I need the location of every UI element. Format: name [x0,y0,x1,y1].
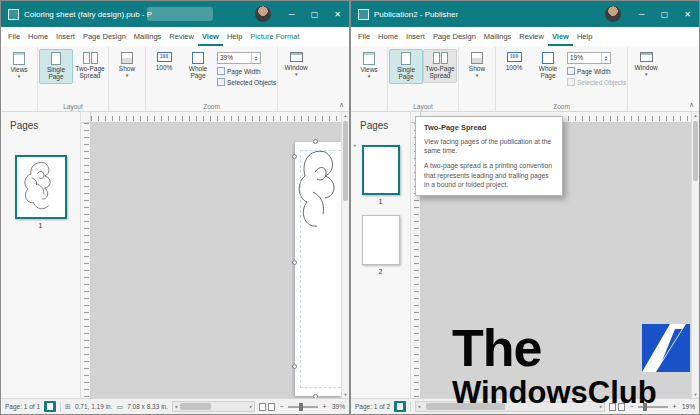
page-number-toggle[interactable] [394,401,406,412]
page-thumbnail[interactable]: 1 [351,145,410,205]
tab-help[interactable]: Help [573,27,596,46]
selection-handle[interactable] [313,139,318,144]
show-button[interactable]: Show ▾ [460,49,494,81]
spinner-arrows-icon[interactable]: ▴▾ [601,53,610,63]
selection-handle[interactable] [292,364,297,369]
horizontal-scrollbar[interactable]: ◄ ► [172,401,255,412]
layout-group: Single Page Two-Page Spread Layout [38,47,109,111]
vertical-ruler [81,123,91,398]
scroll-right-icon[interactable]: ► [249,404,253,409]
tab-review[interactable]: Review [515,27,548,46]
page-thumbnail-image[interactable] [362,215,400,265]
page-thumbnail[interactable]: 1 [1,155,80,229]
show-button[interactable]: Show ▾ [110,49,144,81]
scroll-down-icon[interactable]: ▼ [344,392,348,397]
close-button[interactable]: ✕ [326,1,349,27]
tab-insert[interactable]: Insert [52,27,79,46]
tab-file[interactable]: File [4,27,24,46]
tab-page-design[interactable]: Page Design [429,27,480,46]
zoom-spinner[interactable]: 39% ▴▾ [217,52,261,64]
page-width-button[interactable]: Page Width [567,67,626,75]
maximize-button[interactable]: ▢ [653,1,676,27]
selected-objects-button[interactable]: Selected Objects [217,78,276,86]
selection-handle[interactable] [292,260,297,265]
scroll-down-icon[interactable]: ▼ [694,392,698,397]
tab-file[interactable]: File [354,27,374,46]
tab-review[interactable]: Review [165,27,198,46]
maximize-button[interactable]: ▢ [303,1,326,27]
titlebar-left[interactable]: Coloring sheet (fairy design).pub - Publ… [1,1,349,27]
canvas[interactable]: ▲ ▼ [81,112,349,398]
page-thumbnail-image[interactable] [15,155,67,219]
scroll-left-icon[interactable]: ◄ [417,404,421,409]
page-indicator[interactable]: Page: 1 of 2 [355,403,390,410]
page-thumbnail-image[interactable] [362,145,400,195]
scrollbar-thumb[interactable] [180,403,211,410]
zoom-spinner-value[interactable]: 19% [568,53,601,63]
window-icon [290,52,303,62]
publisher-window-left: Coloring sheet (fairy design).pub - Publ… [0,0,350,415]
two-page-spread-button[interactable]: Two-Page Spread [423,49,457,83]
layout-group-label: Layout [38,103,108,110]
close-button[interactable]: ✕ [676,1,699,27]
page-width-button[interactable]: Page Width [217,67,276,75]
tab-help[interactable]: Help [223,27,246,46]
ribbon-tab-bar: File Home Insert Page Design Mailings Re… [1,27,349,46]
tooltip-two-page-spread: Two-Page Spread View facing pages of the… [415,116,563,196]
window-button[interactable]: Window ▾ [279,49,313,80]
zoom-in-button[interactable]: + [321,403,328,410]
vertical-scrollbar[interactable]: ▲ ▼ [691,112,699,398]
tab-home[interactable]: Home [24,27,52,46]
whole-page-button[interactable]: Whole Page [181,49,215,83]
scroll-left-icon[interactable]: ◄ [174,404,178,409]
zoom-spinner[interactable]: 19% ▴▾ [567,52,611,64]
minimize-button[interactable]: ─ [630,1,653,27]
zoom-slider[interactable] [288,406,318,408]
zoom-100-button[interactable]: 100 100% [147,49,181,74]
tab-picture-format[interactable]: Picture Format [246,27,303,46]
selection-handle[interactable] [292,154,297,159]
zoom-out-button[interactable]: − [278,403,285,410]
views-button[interactable]: Views ▾ [2,49,36,82]
pages-panel: Pages ◂ 1 2 [351,112,411,398]
zoom-spinner-value[interactable]: 39% [218,53,251,63]
account-avatar[interactable] [255,6,271,22]
views-label: Views [360,66,377,73]
tab-insert[interactable]: Insert [402,27,429,46]
page-indicator[interactable]: Page: 1 of 1 [5,403,40,410]
whole-page-button[interactable]: Whole Page [531,49,565,83]
titlebar-right[interactable]: Publication2 - Publisher ─ ▢ ✕ [351,1,699,27]
page-thumbnail[interactable]: 2 [351,215,410,275]
single-page-button[interactable]: Single Page [389,49,423,84]
collapse-ribbon-icon[interactable]: ∧ [339,101,344,109]
spinner-arrows-icon[interactable]: ▴▾ [251,53,260,63]
tab-mailings[interactable]: Mailings [480,27,516,46]
cursor-position-icon: ⊞ [65,403,71,411]
single-page-button[interactable]: Single Page [39,49,73,84]
page-number-toggle[interactable] [44,401,56,412]
tab-page-design[interactable]: Page Design [79,27,130,46]
minimize-button[interactable]: ─ [280,1,303,27]
search-box[interactable] [147,7,213,21]
horizontal-ruler [91,112,341,123]
view-mode-icons[interactable] [259,403,275,411]
collapse-ribbon-icon[interactable]: ∧ [689,101,694,109]
zoom-slider-thumb[interactable] [299,403,303,411]
document-page[interactable] [295,142,341,396]
page-number-label: 1 [39,222,43,229]
vertical-scrollbar[interactable]: ▲ ▼ [341,112,349,398]
tab-view[interactable]: View [548,27,573,46]
scrollbar-thumb[interactable] [693,121,698,181]
zoom-level[interactable]: 39% [331,403,345,410]
window-icon [640,52,653,62]
panel-collapse-icon[interactable]: ◂ [353,142,356,148]
tab-home[interactable]: Home [374,27,402,46]
tab-view[interactable]: View [198,27,223,46]
tab-mailings[interactable]: Mailings [130,27,166,46]
scrollbar-thumb[interactable] [343,121,348,201]
views-button[interactable]: Views ▾ [352,49,386,82]
window-button[interactable]: Window ▾ [629,49,663,80]
zoom-100-button[interactable]: 100 100% [497,49,531,74]
two-page-spread-button[interactable]: Two-Page Spread [73,49,107,83]
account-avatar[interactable] [605,6,621,22]
